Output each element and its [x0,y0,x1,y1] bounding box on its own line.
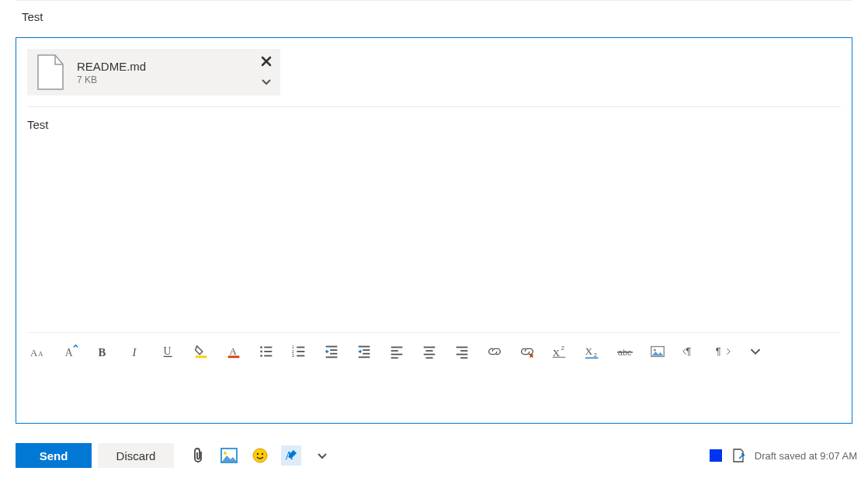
open-in-window-icon[interactable] [731,448,745,463]
attachment-filename: README.md [77,60,146,73]
bottom-bar: Send Discard A Draft saved at 9:07 AM [16,441,868,470]
svg-point-10 [260,346,262,348]
strikethrough-icon[interactable]: abc [614,341,636,362]
svg-text:I: I [131,346,137,358]
paperclip-icon[interactable] [188,445,208,466]
svg-text:X: X [585,346,593,357]
ltr-icon[interactable]: ¶ [679,341,701,362]
highlight-color-icon[interactable] [190,341,212,362]
svg-text:X: X [553,348,561,358]
svg-point-58 [262,453,263,455]
chevron-down-icon[interactable] [259,74,274,89]
font-picker-icon[interactable]: A [60,341,82,362]
close-icon[interactable] [259,54,274,69]
status-indicator-icon[interactable] [710,449,722,462]
svg-rect-7 [196,356,207,358]
attachment-filesize: 7 KB [77,74,146,85]
text-format-toggle-icon[interactable]: A [281,445,301,466]
svg-text:¶: ¶ [686,345,692,357]
svg-text:A: A [38,350,43,358]
bold-icon[interactable]: B [92,341,114,362]
svg-point-51 [654,349,656,352]
bullet-list-icon[interactable] [255,341,277,362]
svg-point-55 [224,452,227,455]
svg-rect-9 [228,356,240,358]
align-center-icon[interactable] [418,341,440,362]
draft-status-text: Draft saved at 9:07 AM [755,450,857,462]
svg-text:B: B [99,346,106,358]
svg-point-14 [260,355,262,357]
discard-button[interactable]: Discard [98,443,174,468]
message-body[interactable]: Test [16,107,852,332]
rtl-icon[interactable]: ¶ [712,341,734,362]
font-size-icon[interactable]: AA [27,341,49,362]
italic-icon[interactable]: I [125,341,147,362]
svg-text:A: A [230,346,238,357]
svg-text:2: 2 [561,345,564,352]
send-button[interactable]: Send [16,443,92,468]
font-color-icon[interactable]: A [223,341,245,362]
attachment-meta: README.md 7 KB [77,60,146,85]
insert-picture-icon[interactable] [647,341,668,362]
file-icon [35,54,66,91]
svg-point-56 [253,449,267,462]
insert-image-icon[interactable] [219,445,239,466]
more-options-chevron-icon[interactable] [312,445,332,466]
subscript-icon[interactable]: X2 [582,341,603,362]
remove-link-icon[interactable] [516,341,538,362]
svg-point-57 [257,453,259,455]
insert-link-icon[interactable] [484,341,505,362]
superscript-icon[interactable]: X2 [549,341,571,362]
underline-icon[interactable]: U [158,341,179,362]
svg-text:A: A [65,347,73,358]
status-area: Draft saved at 9:07 AM [710,448,857,463]
numbered-list-icon[interactable]: 123 [288,341,310,362]
compose-box: README.md 7 KB Test AA A B I U [16,37,852,424]
decrease-indent-icon[interactable] [321,341,342,362]
align-left-icon[interactable] [386,341,408,362]
emoji-icon[interactable] [250,445,270,466]
svg-text:3: 3 [292,353,294,358]
attachment-chip[interactable]: README.md 7 KB [27,49,280,95]
svg-point-12 [260,351,262,353]
align-right-icon[interactable] [451,341,473,362]
svg-text:¶: ¶ [716,345,721,357]
increase-indent-icon[interactable] [353,341,375,362]
svg-text:A: A [30,348,38,358]
format-toolbar: AA A B I U A 123 [16,333,852,370]
svg-text:U: U [164,345,172,357]
more-format-chevron-icon[interactable] [745,341,766,362]
subject-text[interactable]: Test [0,1,868,31]
